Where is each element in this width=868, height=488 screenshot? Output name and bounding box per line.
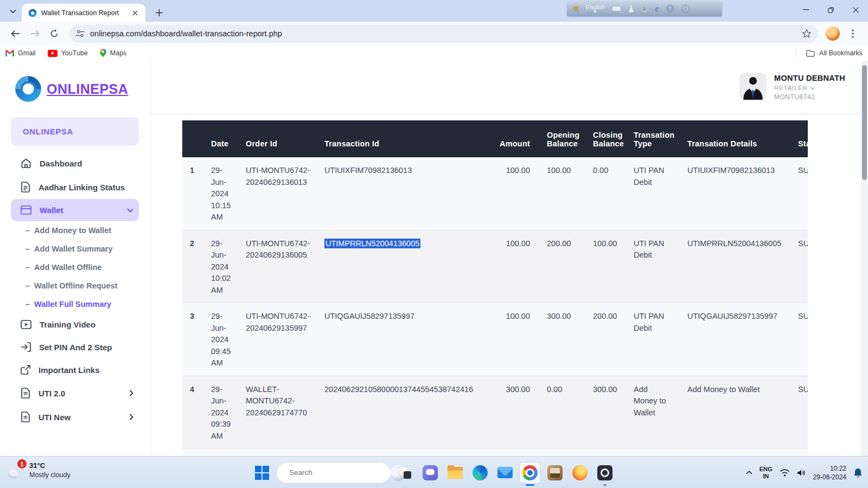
system-tray: ENGIN 10:22 29-06-2024 [746, 457, 863, 488]
sidebar-subitem-wallet-offline-request[interactable]: –Wallet Offline Request [11, 277, 139, 295]
document-icon [21, 388, 30, 399]
col-opening-balance: Opening Balance [535, 120, 588, 157]
user-role[interactable]: RETAILER [774, 84, 845, 92]
table-row: 3 29-Jun-2024 09:45 AM UTI-MONTU6742-202… [182, 303, 808, 376]
table-row: 4 29-Jun-2024 09:39 AM WALLET-MONTU6742-… [182, 376, 808, 449]
sidebar-subitem-add-wallet-offline[interactable]: –Add Wallet Offline [11, 258, 139, 277]
tab-title: Wallet Transaction Report [41, 9, 130, 17]
chrome-button[interactable] [519, 462, 541, 484]
window-restore-icon[interactable] [818, 0, 843, 20]
window-close-icon[interactable] [843, 0, 868, 20]
youtube-icon [48, 50, 58, 57]
bookmark-youtube[interactable]: YouTube [48, 49, 88, 57]
table-row: 5 21- UTI-MONTU6742- UTILIZPXG6304213289… [182, 449, 808, 457]
photos-button[interactable] [544, 462, 566, 484]
chevron-right-icon [129, 414, 133, 420]
task-view-icon [399, 467, 411, 479]
info-icon[interactable]: i [681, 5, 690, 13]
wifi-icon[interactable] [780, 469, 790, 477]
notification-badge: 1 [17, 459, 27, 468]
new-tab-icon[interactable] [152, 5, 166, 20]
media-player-button[interactable] [594, 462, 616, 484]
taskbar: 1 31°C Mostly cloudy [0, 456, 868, 488]
scrollbar-thumb[interactable] [862, 65, 867, 180]
chevron-down-icon [127, 208, 133, 213]
help-icon[interactable]: ? [666, 5, 674, 13]
document-icon [21, 182, 30, 192]
language-toolbar: অ English e ? i [567, 1, 722, 16]
sidebar-item-dashboard[interactable]: Dashboard [11, 151, 139, 175]
selected-text: UTIMPRRLN52004136005 [324, 239, 420, 248]
chevron-down-icon [593, 11, 597, 13]
weather-widget[interactable]: 1 31°C Mostly cloudy [8, 460, 71, 482]
sidebar-item-set-pin[interactable]: Set PIN And 2 Step [11, 336, 139, 358]
language-selector[interactable]: English [585, 4, 605, 13]
tab-search-icon[interactable] [5, 4, 21, 18]
bookmark-maps[interactable]: Maps [100, 49, 127, 57]
table-row: 2 29-Jun-2024 10:02 AM UTI-MONTU6742-202… [182, 230, 808, 303]
user-profile[interactable]: MONTU DEBNATH RETAILER MONTU6742 [739, 73, 845, 101]
volume-icon[interactable] [797, 469, 806, 477]
col-status: Sta [793, 120, 808, 157]
spell-checker-icon[interactable] [628, 5, 634, 12]
url-bar[interactable]: onlinepsa.com/dashboard/wallet-transacti… [69, 25, 818, 43]
tray-date: 29-06-2024 [813, 473, 846, 481]
firefox-button[interactable] [569, 462, 591, 484]
sidebar-item-uti-2-0[interactable]: UTI 2.0 [11, 381, 139, 405]
bookmark-star-icon[interactable] [802, 29, 812, 38]
sidebar-subitem-add-wallet-summary[interactable]: –Add Wallet Summary [11, 240, 139, 258]
file-explorer-button[interactable] [444, 462, 466, 484]
search-input[interactable] [289, 468, 385, 477]
sidebar-subitem-add-money-to-wallet[interactable]: –Add Money to Wallet [11, 221, 139, 240]
bookmark-gmail[interactable]: Gmail [5, 49, 36, 57]
user-avatar [739, 73, 767, 100]
notification-bell-icon[interactable] [853, 468, 863, 478]
col-transaction-id: Transaction Id [324, 120, 495, 157]
screen: Wallet Transaction Report অ English e ? … [0, 0, 868, 488]
start-button[interactable] [251, 462, 273, 484]
tray-chevron-up-icon[interactable] [746, 471, 752, 474]
weather-desc: Mostly cloudy [29, 471, 71, 479]
page-scrollbar[interactable] [861, 61, 868, 456]
sidebar-item-training-video[interactable]: Training Video [11, 313, 139, 336]
forward-icon[interactable] [27, 25, 43, 42]
back-icon[interactable] [7, 25, 23, 42]
taskbar-search[interactable] [276, 462, 391, 484]
browser-toolbar: onlinepsa.com/dashboard/wallet-transacti… [0, 22, 868, 46]
sidebar-item-aadhar-linking-status[interactable]: Aadhar Linking Status [11, 175, 139, 199]
window-minimize-icon[interactable] [793, 0, 818, 20]
col-transation-details: Transation Details [682, 120, 793, 157]
brand-logo[interactable]: ONLINEPSA [0, 61, 150, 115]
browser-profile-avatar[interactable] [826, 27, 840, 41]
sidebar-item-important-links[interactable]: Important Links [11, 358, 139, 381]
external-link-icon [21, 365, 30, 375]
chrome-icon [522, 465, 538, 480]
tab-close-icon[interactable] [130, 8, 140, 18]
browser-tab-active[interactable]: Wallet Transaction Report [22, 4, 145, 22]
settings-gear-icon[interactable] [641, 5, 648, 12]
photos-icon [547, 465, 563, 480]
clock[interactable]: 10:22 29-06-2024 [813, 464, 846, 481]
media-player-icon [597, 465, 612, 480]
url-text[interactable]: onlinepsa.com/dashboard/wallet-transacti… [90, 29, 802, 38]
chat-button[interactable] [419, 462, 441, 484]
browser-menu-icon[interactable] [845, 25, 861, 42]
task-view-button[interactable] [394, 462, 416, 484]
script-keyboard-icon[interactable]: অ [573, 4, 578, 14]
sidebar-item-wallet[interactable]: Wallet [11, 199, 139, 221]
sidebar-section-label: ONLINEPSA [11, 117, 139, 146]
col-transation-type: Transation Type [628, 120, 682, 157]
mail-button[interactable] [494, 462, 516, 484]
all-bookmarks[interactable]: All Bookmarks [796, 49, 863, 57]
gmail-icon [5, 50, 14, 56]
keyboard-layout-icon[interactable] [612, 6, 621, 11]
browser-integration-icon[interactable]: e [655, 4, 659, 14]
sidebar-subitem-wallet-full-summary[interactable]: –Wallet Full Summary [11, 295, 139, 313]
edge-button[interactable] [469, 462, 491, 484]
main-area: MONTU DEBNATH RETAILER MONTU6742 [150, 61, 868, 456]
sidebar-item-uti-new[interactable]: UTI New [11, 405, 139, 429]
input-language[interactable]: ENGIN [760, 466, 773, 480]
reload-icon[interactable] [46, 25, 62, 42]
site-settings-icon[interactable] [76, 30, 85, 37]
login-arrow-icon [21, 342, 31, 352]
